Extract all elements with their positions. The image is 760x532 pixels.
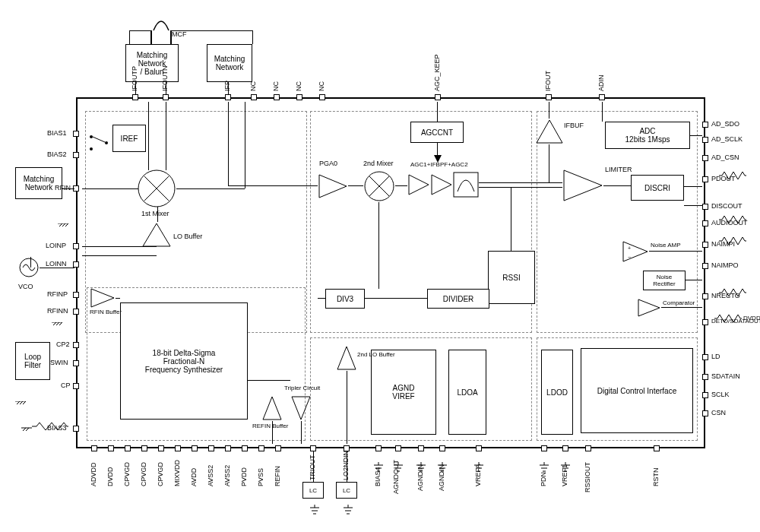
block-matching-network-left: MatchingNetwork [15, 167, 62, 199]
pin-rfinn [73, 309, 79, 315]
ground-icon [438, 462, 447, 473]
ground-icon [374, 462, 383, 473]
wire [549, 144, 549, 182]
pin-label: ADVDD [90, 462, 97, 486]
svg-point-76 [105, 141, 108, 144]
wire [40, 268, 74, 268]
chip-border-bottom [76, 447, 705, 448]
pin-loinp [73, 243, 79, 249]
ground-icon [310, 505, 319, 515]
wire [82, 188, 138, 189]
second-lo-buffer-symbol [336, 345, 357, 371]
pin [375, 445, 382, 451]
ground-icon [540, 462, 549, 473]
pin-label: LOINP [46, 242, 66, 249]
label: AGNDVIREF [392, 384, 414, 401]
pin-adin [599, 94, 605, 100]
label-rfin-buffer: RFIN Buffer [90, 309, 122, 315]
svg-marker-18 [638, 299, 660, 316]
pin-agc-keep [435, 94, 441, 100]
pin-label: PVSS [257, 468, 264, 486]
pin-ifoutn [163, 94, 169, 100]
pin-label: RFINN [47, 307, 68, 315]
wire [252, 30, 253, 44]
block-digital-control: Digital Control Interface [581, 348, 693, 433]
pin-label: RFINP [47, 290, 68, 298]
pin-nrecto [702, 293, 708, 299]
block-ldod: LDOD [541, 350, 573, 435]
pin [141, 445, 147, 451]
pin-rfinp [73, 292, 79, 298]
label: MatchingNetwork [214, 55, 245, 71]
label-noise-amp: Noise AMP [651, 242, 681, 249]
label-refin-buffer: REFIN Buffer [252, 423, 288, 429]
pin-label: PVDD [240, 467, 248, 486]
ground-icon [58, 223, 68, 234]
wire [511, 187, 511, 251]
label-limiter: LIMITER [605, 166, 632, 173]
svg-marker-10 [409, 175, 429, 195]
wire [649, 251, 702, 252]
block-diagram: MatchingNetwork/ Balun MatchingNetwork M… [0, 0, 760, 532]
svg-marker-4 [143, 223, 170, 246]
pin-label: DISCOUT [711, 202, 743, 210]
label: DIV3 [337, 295, 353, 303]
resistor-icon [719, 172, 746, 179]
svg-marker-19 [91, 289, 114, 307]
resistor-icon [719, 216, 746, 223]
wire [684, 186, 702, 187]
label-pga0: PGA0 [319, 160, 337, 167]
wire [684, 205, 702, 206]
pin [439, 445, 445, 451]
pin-bias1 [73, 131, 79, 137]
label-mcf: MCF [172, 30, 187, 38]
pin-label: AVSS2 [207, 465, 214, 486]
pin-label: BIAS2 [47, 150, 67, 158]
pin [192, 445, 198, 451]
wire [129, 30, 130, 44]
pin-ad-sdo [702, 122, 708, 128]
pin-nc4 [319, 94, 325, 100]
wire [228, 102, 229, 185]
label-lo-buffer: LO Buffer [173, 233, 202, 240]
svg-marker-11 [432, 175, 451, 195]
label: DIVIDER [443, 295, 474, 303]
svg-text:−: − [628, 255, 631, 260]
pin-nc1 [251, 94, 257, 100]
svg-marker-15 [623, 242, 648, 261]
first-mixer-symbol [137, 169, 176, 208]
pin-label: IFOUT [544, 71, 552, 91]
label: DISCRI [644, 184, 670, 192]
chip-border-top [76, 97, 705, 99]
wire [479, 187, 562, 188]
svg-line-64 [59, 223, 62, 226]
ground-icon [394, 462, 403, 473]
svg-marker-5 [319, 175, 347, 198]
wire [378, 202, 379, 289]
pin [91, 445, 97, 451]
pin-label: CP2 [56, 340, 70, 348]
pin-label: AVSS2 [223, 465, 231, 486]
pin-label: NC [318, 81, 325, 91]
block-loop-filter: LoopFilter [15, 342, 50, 380]
pin-label: AD_SDO [711, 120, 739, 128]
ground-icon [474, 462, 483, 473]
noise-amp-symbol: +− [622, 240, 649, 263]
block-matching-network-top: MatchingNetwork [207, 44, 252, 82]
pin-csn [702, 410, 708, 416]
tripler-symbol [290, 395, 312, 421]
ground-icon [561, 462, 570, 473]
resistor-icon [32, 423, 68, 430]
block-divider: DIVIDER [427, 289, 489, 309]
ground-icon [344, 505, 353, 515]
switch-icon [88, 134, 109, 152]
label-tripler: Tripler Circuit [284, 385, 320, 391]
pin-label: SDATAIN [711, 372, 740, 380]
pin-label: IFP [223, 81, 231, 91]
pin-label: CPVGD [140, 462, 147, 486]
svg-line-60 [17, 401, 20, 404]
svg-point-74 [90, 135, 93, 138]
block-rssi: RSSI [488, 251, 535, 304]
pin-pdout [702, 176, 708, 182]
pin-label: AD_SCLK [711, 135, 743, 143]
